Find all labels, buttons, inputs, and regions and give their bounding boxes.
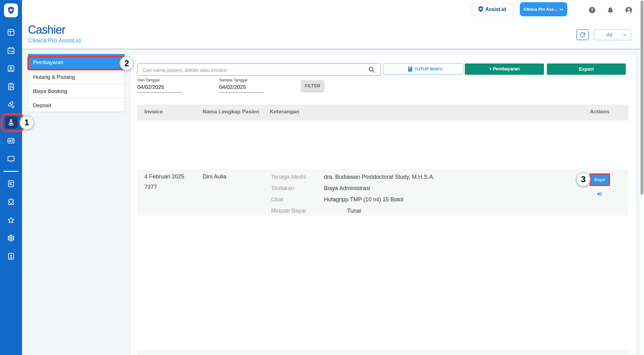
svg-text:?: ? bbox=[591, 8, 593, 12]
